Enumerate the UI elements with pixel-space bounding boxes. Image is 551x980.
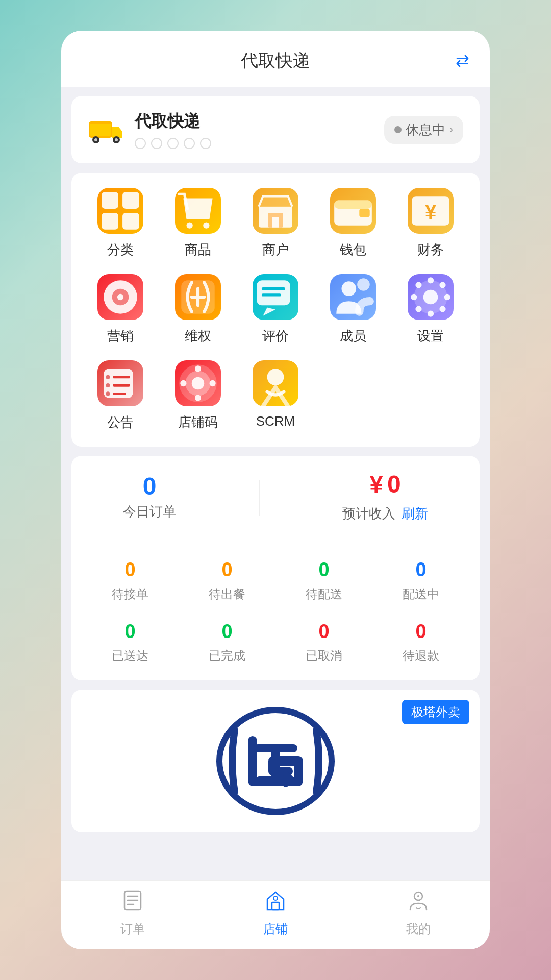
menu-item-chengyuan[interactable]: 成员 [314, 274, 392, 345]
menu-item-caiwu[interactable]: ¥ 财务 [392, 188, 469, 259]
menu-icon-caiwu: ¥ [408, 188, 454, 234]
menu-grid: 分类 商品 商户 钱包 ¥ 财务 营销 维权 评价 [82, 188, 469, 431]
menu-item-dianpuma[interactable]: 店铺码 [159, 360, 237, 431]
stat-item-cancelled[interactable]: 0 已取消 [276, 621, 372, 664]
svg-point-30 [423, 290, 438, 305]
menu-label-shangpin: 商品 [185, 241, 211, 259]
menu-icon-gonggao [97, 360, 143, 406]
nav-item-orders[interactable]: 订单 [61, 889, 204, 937]
income-label: 预计收入 [342, 505, 395, 523]
stat-value-refund: 0 [415, 621, 426, 643]
service-left: 代取快递 [88, 110, 211, 149]
menu-label-shezhi: 设置 [417, 327, 444, 345]
status-dot [394, 126, 402, 133]
svg-rect-5 [90, 124, 111, 136]
svg-rect-14 [272, 217, 279, 227]
header-title: 代取快递 [241, 49, 310, 72]
stat-item-wait_delivery[interactable]: 0 待配送 [276, 559, 372, 602]
refresh-button[interactable]: 刷新 [402, 505, 428, 523]
svg-point-41 [106, 383, 110, 387]
menu-item-fenlei[interactable]: 分类 [82, 188, 159, 259]
menu-label-caiwu: 财务 [417, 241, 444, 259]
menu-item-scrm[interactable]: SCRM [237, 360, 314, 431]
menu-icon-qianbao [330, 188, 376, 234]
nav-item-mine[interactable]: 我的 [347, 889, 490, 937]
menu-icon-pingjia [253, 274, 298, 320]
menu-icon-shangpin [175, 188, 221, 234]
menu-item-gonggao[interactable]: 公告 [82, 360, 159, 431]
stat-value-wait_accept: 0 [124, 559, 135, 581]
menu-item-yingxiao[interactable]: 营销 [82, 274, 159, 345]
menu-item-weiquan[interactable]: 维权 [159, 274, 237, 345]
svg-rect-8 [102, 213, 118, 230]
svg-point-37 [439, 282, 445, 288]
stat-item-delivered[interactable]: 0 已送达 [82, 621, 179, 664]
svg-rect-16 [334, 201, 372, 209]
banner-card: 极塔外卖 [71, 690, 480, 832]
nav-item-shop[interactable]: 店铺 [204, 889, 347, 937]
stat-value-delivered: 0 [124, 621, 135, 643]
menu-item-shanghu[interactable]: 商户 [237, 188, 314, 259]
menu-icon-scrm [253, 360, 298, 406]
today-orders-label: 今日订单 [123, 503, 176, 521]
svg-point-11 [203, 223, 209, 229]
menu-item-pingjia[interactable]: 评价 [237, 274, 314, 345]
menu-card: 分类 商品 商户 钱包 ¥ 财务 营销 维权 评价 [71, 173, 480, 447]
svg-point-2 [94, 138, 97, 141]
service-info: 代取快递 [135, 110, 211, 149]
stat-item-wait_meal[interactable]: 0 待出餐 [179, 559, 276, 602]
svg-point-27 [342, 281, 357, 296]
income-prefix: ¥ [369, 472, 383, 497]
nav-icon-shop [264, 889, 287, 917]
dot-4 [184, 138, 195, 149]
menu-item-qianbao[interactable]: 钱包 [314, 188, 392, 259]
menu-label-pingjia: 评价 [262, 327, 289, 345]
stat-label-wait_delivery: 待配送 [306, 586, 342, 602]
stats-divider [259, 480, 260, 516]
svg-point-10 [187, 223, 193, 229]
svg-point-52 [210, 380, 216, 386]
service-status-button[interactable]: 休息中 › [384, 116, 463, 144]
menu-label-scrm: SCRM [256, 413, 295, 429]
menu-icon-dianpuma [175, 360, 221, 406]
menu-item-shezhi[interactable]: 设置 [392, 274, 469, 345]
switch-icon[interactable]: ⇄ [456, 51, 469, 70]
svg-point-42 [106, 391, 110, 396]
svg-point-51 [180, 380, 186, 386]
menu-label-gonggao: 公告 [107, 413, 134, 431]
stat-label-completed: 已完成 [209, 648, 245, 664]
svg-point-50 [195, 395, 201, 401]
stat-item-delivering[interactable]: 0 配送中 [372, 559, 469, 602]
banner-badge: 极塔外卖 [402, 700, 469, 724]
svg-point-35 [415, 282, 421, 288]
menu-icon-shanghu [253, 188, 298, 234]
dot-1 [135, 138, 146, 149]
phone-container: 代取快递 ⇄ 代取快递 [61, 31, 490, 949]
income-wrap: ¥ 0 [369, 472, 400, 501]
stat-item-wait_accept[interactable]: 0 待接单 [82, 559, 179, 602]
stat-item-completed[interactable]: 0 已完成 [179, 621, 276, 664]
stat-label-refund: 待退款 [403, 648, 439, 664]
menu-label-chengyuan: 成员 [340, 327, 366, 345]
menu-icon-chengyuan [330, 274, 376, 320]
stat-item-refund[interactable]: 0 待退款 [372, 621, 469, 664]
stat-value-wait_delivery: 0 [318, 559, 329, 581]
bottom-nav: 订单 店铺 我的 [61, 880, 490, 949]
today-orders: 0 今日订单 [123, 474, 176, 521]
stats-grid: 0 待接单 0 待出餐 0 待配送 0 配送中 0 已送达 0 已完成 0 已取… [82, 559, 469, 664]
menu-label-shanghu: 商户 [262, 241, 289, 259]
svg-rect-7 [122, 192, 139, 209]
svg-rect-58 [272, 902, 279, 910]
menu-label-dianpuma: 店铺码 [178, 413, 218, 431]
dot-3 [167, 138, 179, 149]
service-name: 代取快递 [135, 110, 211, 133]
svg-point-40 [106, 375, 110, 379]
menu-item-shangpin[interactable]: 商品 [159, 188, 237, 259]
svg-rect-6 [102, 192, 118, 209]
expected-income: ¥ 0 预计收入 刷新 [342, 472, 428, 523]
svg-point-61 [417, 895, 419, 897]
service-dots [135, 138, 211, 149]
menu-icon-shezhi [408, 274, 454, 320]
svg-point-28 [357, 278, 370, 291]
svg-point-59 [273, 896, 278, 900]
